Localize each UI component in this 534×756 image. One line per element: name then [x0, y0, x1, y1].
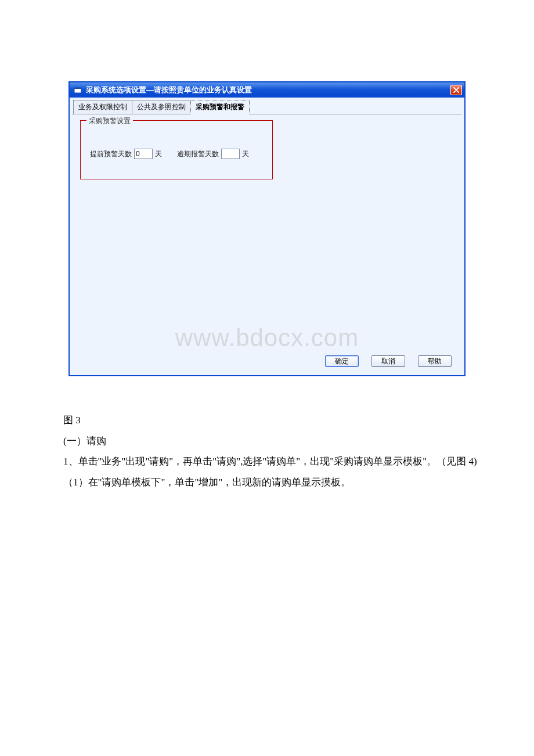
- document-body: 图 3 (一）请购 1、单击"业务"出现"请购"，再单击"请购",选择"请购单"…: [44, 410, 490, 493]
- tab-panel: 采购预警设置 提前预警天数 天 逾期报警天数 天 www.bdocx.com: [72, 114, 462, 352]
- dialog-window: 采购系统选项设置—请按照贵单位的业务认真设置 业务及权限控制 公共及参照控制 采…: [68, 81, 466, 376]
- section-heading: (一）请购: [44, 431, 490, 452]
- tab-public-reference[interactable]: 公共及参照控制: [132, 100, 191, 114]
- overdue-days-unit: 天: [242, 149, 249, 159]
- watermark-text: www.bdocx.com: [72, 324, 462, 352]
- button-bar: 确定 取消 帮助: [72, 352, 462, 372]
- paragraph-1: 1、单击"业务"出现"请购"，再单击"请购",选择"请购单"，出现"采购请购单显…: [44, 451, 490, 472]
- overdue-days-input[interactable]: [221, 149, 240, 159]
- tab-purchase-alert[interactable]: 采购预警和报警: [190, 100, 250, 114]
- titlebar: 采购系统选项设置—请按照贵单位的业务认真设置: [70, 82, 464, 98]
- ok-button[interactable]: 确定: [325, 355, 359, 367]
- window-title: 采购系统选项设置—请按照贵单位的业务认真设置: [86, 85, 447, 95]
- paragraph-2: （1）在"请购单模板下"，单击"增加"，出现新的请购单显示摸板。: [44, 472, 490, 493]
- groupbox-legend: 采购预警设置: [86, 116, 133, 126]
- svg-rect-1: [74, 88, 81, 89]
- tab-business-permission[interactable]: 业务及权限控制: [73, 100, 132, 114]
- alert-fields-row: 提前预警天数 天 逾期报警天数 天: [90, 149, 263, 159]
- overdue-days-label: 逾期报警天数: [177, 149, 219, 159]
- cancel-button[interactable]: 取消: [371, 355, 405, 367]
- app-icon: [73, 85, 82, 95]
- advance-days-input[interactable]: [134, 149, 153, 159]
- advance-days-label: 提前预警天数: [90, 149, 132, 159]
- close-button[interactable]: [450, 85, 462, 95]
- advance-days-unit: 天: [155, 149, 162, 159]
- purchase-alert-groupbox: 采购预警设置 提前预警天数 天 逾期报警天数 天: [80, 120, 273, 179]
- help-button[interactable]: 帮助: [418, 355, 452, 367]
- tab-bar: 业务及权限控制 公共及参照控制 采购预警和报警: [73, 100, 462, 114]
- figure-label: 图 3: [44, 410, 490, 431]
- client-area: 业务及权限控制 公共及参照控制 采购预警和报警 采购预警设置 提前预警天数 天 …: [70, 98, 464, 375]
